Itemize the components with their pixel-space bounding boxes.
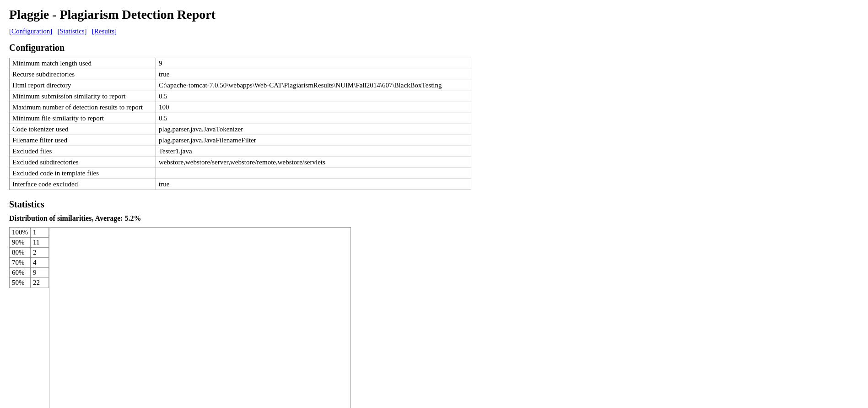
dist-pct: 50% — [10, 278, 31, 288]
table-row: Interface code excludedtrue — [10, 179, 471, 190]
config-value: webstore,webstore/server,webstore/remote… — [156, 157, 471, 168]
config-label: Maximum number of detection results to r… — [10, 102, 156, 113]
config-label: Excluded subdirectories — [10, 157, 156, 168]
dist-count: 22 — [31, 278, 49, 288]
list-item: 100%1 — [10, 228, 49, 238]
list-item: 90%11 — [10, 238, 49, 248]
table-row: Minimum submission similarity to report0… — [10, 91, 471, 102]
distribution-container: 100%190%1180%270%460%950%22 — [9, 227, 859, 408]
dist-pct: 100% — [10, 228, 31, 238]
config-value: C:\apache-tomcat-7.0.50\webapps\Web-CAT\… — [156, 80, 471, 91]
config-label: Minimum match length used — [10, 58, 156, 69]
table-row: Html report directoryC:\apache-tomcat-7.… — [10, 80, 471, 91]
statistics-heading: Statistics — [9, 199, 859, 210]
table-row: Filename filter usedplag.parser.java.Jav… — [10, 135, 471, 146]
config-value: plag.parser.java.JavaFilenameFilter — [156, 135, 471, 146]
config-value: plag.parser.java.JavaTokenizer — [156, 124, 471, 135]
config-value: 0.5 — [156, 113, 471, 124]
config-label: Interface code excluded — [10, 179, 156, 190]
list-item: 70%4 — [10, 258, 49, 268]
config-value: true — [156, 69, 471, 80]
table-row: Recurse subdirectoriestrue — [10, 69, 471, 80]
dist-count: 11 — [31, 238, 49, 248]
config-value: 0.5 — [156, 91, 471, 102]
dist-count: 4 — [31, 258, 49, 268]
bar-chart-area — [49, 227, 351, 408]
dist-pct: 60% — [10, 268, 31, 278]
configuration-table: Minimum match length used9Recurse subdir… — [9, 58, 471, 190]
config-value: 100 — [156, 102, 471, 113]
config-label: Minimum file similarity to report — [10, 113, 156, 124]
config-label: Minimum submission similarity to report — [10, 91, 156, 102]
config-value: 9 — [156, 58, 471, 69]
list-item: 50%22 — [10, 278, 49, 288]
table-row: Minimum match length used9 — [10, 58, 471, 69]
nav-statistics[interactable]: [Statistics] — [57, 27, 86, 35]
config-label: Excluded files — [10, 146, 156, 157]
table-row: Excluded subdirectorieswebstore,webstore… — [10, 157, 471, 168]
list-item: 80%2 — [10, 248, 49, 258]
table-row: Maximum number of detection results to r… — [10, 102, 471, 113]
config-value: true — [156, 179, 471, 190]
configuration-heading: Configuration — [9, 43, 859, 53]
config-label: Filename filter used — [10, 135, 156, 146]
config-value — [156, 168, 471, 179]
distribution-title: Distribution of similarities, Average: 5… — [9, 214, 859, 223]
nav-configuration[interactable]: [Configuration] — [9, 27, 52, 35]
list-item: 60%9 — [10, 268, 49, 278]
page-title: Plaggie - Plagiarism Detection Report — [9, 7, 859, 22]
config-label: Html report directory — [10, 80, 156, 91]
config-label: Code tokenizer used — [10, 124, 156, 135]
nav-links: [Configuration] [Statistics] [Results] — [9, 27, 859, 35]
distribution-table: 100%190%1180%270%460%950%22 — [9, 227, 49, 288]
dist-pct: 70% — [10, 258, 31, 268]
dist-pct: 80% — [10, 248, 31, 258]
config-value: Tester1.java — [156, 146, 471, 157]
table-row: Excluded code in template files — [10, 168, 471, 179]
dist-count: 9 — [31, 268, 49, 278]
table-row: Excluded filesTester1.java — [10, 146, 471, 157]
config-label: Excluded code in template files — [10, 168, 156, 179]
dist-count: 2 — [31, 248, 49, 258]
dist-count: 1 — [31, 228, 49, 238]
table-row: Code tokenizer usedplag.parser.java.Java… — [10, 124, 471, 135]
table-row: Minimum file similarity to report0.5 — [10, 113, 471, 124]
nav-results[interactable]: [Results] — [92, 27, 117, 35]
config-label: Recurse subdirectories — [10, 69, 156, 80]
dist-pct: 90% — [10, 238, 31, 248]
